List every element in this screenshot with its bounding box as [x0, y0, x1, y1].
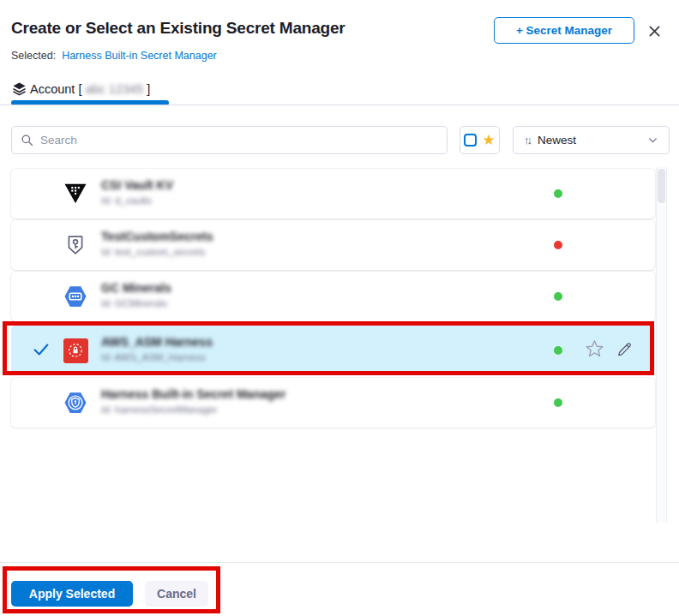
tab-account-bracket: ]: [147, 82, 150, 96]
layers-icon: [12, 81, 27, 96]
selected-checkmark-icon: [32, 340, 51, 362]
tab-account-label: Account [: [30, 82, 81, 96]
sort-dropdown[interactable]: ↑↓ Newest: [513, 126, 670, 154]
favorite-star-icon: ★: [482, 133, 495, 147]
selected-label: Selected:: [11, 50, 56, 62]
list-item-harness-builtin[interactable]: Harness Built-in Secret Manager Id: harn…: [11, 378, 655, 428]
sort-arrows-icon: ↑↓: [524, 134, 530, 147]
cancel-button[interactable]: Cancel: [145, 581, 208, 607]
aws-secrets-manager-icon: [63, 338, 88, 363]
chevron-down-icon: [647, 135, 658, 146]
search-icon: [21, 134, 33, 147]
custom-secret-manager-icon: [63, 232, 88, 258]
secret-manager-id: Id: d_vaults: [101, 195, 152, 206]
list-item-vault[interactable]: CSI Vault KV Id: d_vaults: [11, 169, 655, 218]
favorite-toggle-icon[interactable]: [584, 338, 605, 363]
selected-secret-manager-link[interactable]: Harness Built-in Secret Manager: [62, 50, 217, 62]
footer-divider: [0, 562, 679, 563]
secret-manager-name: GC Minerals: [101, 281, 171, 295]
search-box: [11, 126, 448, 154]
status-dot: [554, 346, 562, 355]
secret-manager-id: Id: harnessSecretManager: [101, 404, 218, 415]
tab-account-scope-redacted: abc 12345: [85, 82, 143, 96]
sort-selected-value: Newest: [538, 134, 640, 147]
secret-manager-id: Id: test_custom_secrets: [101, 247, 205, 257]
status-dot: [554, 241, 562, 249]
secret-manager-name: CSI Vault KV: [101, 178, 173, 192]
hashicorp-vault-icon: [63, 181, 88, 206]
secret-manager-id: Id: GCMinerals: [101, 298, 167, 308]
search-input[interactable]: [40, 134, 447, 147]
apply-selected-button[interactable]: Apply Selected: [11, 581, 133, 607]
gcp-secret-manager-icon: [63, 284, 88, 309]
status-dot: [554, 292, 562, 301]
selected-summary: Selected:Harness Built-in Secret Manager: [11, 50, 217, 62]
close-icon[interactable]: [644, 21, 664, 41]
tab-bar-divider: [0, 105, 679, 105]
secret-manager-dialog: Create or Select an Existing Secret Mana…: [0, 0, 679, 616]
list-item-custom-secrets[interactable]: TestCustomSecrets Id: test_custom_secret…: [11, 220, 655, 270]
status-dot: [554, 189, 562, 198]
list-item-gcp[interactable]: GC Minerals Id: GCMinerals: [11, 272, 655, 321]
harness-secret-manager-icon: [63, 390, 88, 416]
status-dot: [554, 398, 562, 407]
add-secret-manager-button[interactable]: + Secret Manager: [494, 17, 634, 44]
secret-manager-name: Harness Built-in Secret Manager: [101, 387, 286, 401]
list-scrollbar-thumb[interactable]: [658, 169, 665, 203]
secret-manager-id: Id: AWS_ASM_Harness: [101, 352, 206, 362]
list-item-aws-selected[interactable]: AWS_ASM Harness Id: AWS_ASM_Harness: [11, 326, 655, 374]
edit-pencil-icon[interactable]: [615, 339, 634, 362]
secret-manager-name: AWS_ASM Harness: [101, 335, 213, 349]
tab-account[interactable]: Account [abc 12345]: [12, 81, 150, 96]
page-title: Create or Select an Existing Secret Mana…: [11, 19, 346, 38]
secret-manager-name: TestCustomSecrets: [101, 230, 213, 243]
list-scrollbar[interactable]: [656, 167, 667, 523]
favorites-checkbox[interactable]: [464, 134, 477, 147]
favorites-filter[interactable]: ★: [460, 126, 500, 154]
